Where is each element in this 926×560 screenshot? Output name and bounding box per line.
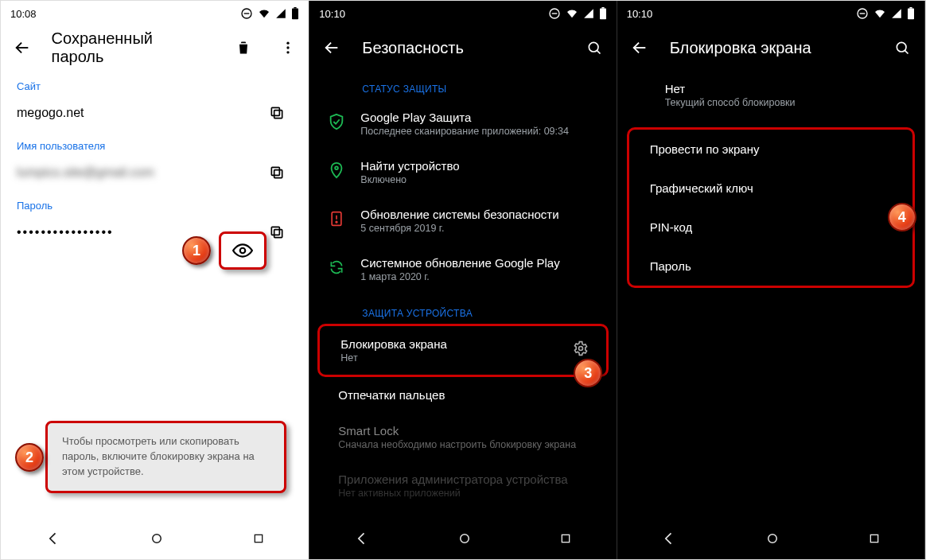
- setting-subtitle: 1 марта 2020 г.: [360, 271, 559, 282]
- password-label: Пароль: [17, 200, 293, 212]
- setting-subtitle: Последнее сканирование приложений: 09:34: [360, 126, 569, 137]
- back-button[interactable]: [316, 32, 348, 64]
- setting-title: Smart Lock: [338, 424, 576, 438]
- gear-icon[interactable]: [573, 340, 589, 356]
- svg-rect-39: [870, 535, 877, 542]
- setting-title: Найти устройство: [360, 159, 459, 173]
- annotation-marker-1: 1: [182, 236, 211, 265]
- search-icon: [894, 40, 910, 56]
- lock-option-swipe[interactable]: Провести по экрану: [629, 130, 912, 169]
- annotation-marker-2: 2: [15, 443, 44, 472]
- nav-recent-button[interactable]: [559, 532, 572, 548]
- content: Нет Текущий способ блокировки Провести п…: [617, 69, 924, 519]
- section-device-label: ЗАЩИТА УСТРОЙСТВА: [309, 294, 616, 324]
- toast-message: Чтобы просмотреть или скопировать пароль…: [45, 421, 286, 493]
- setting-fingerprints[interactable]: Отпечатки пальцев: [309, 377, 616, 413]
- lock-option-pin[interactable]: PIN-код: [629, 208, 912, 247]
- nav-recent-button[interactable]: [868, 532, 881, 548]
- nav-back-button[interactable]: [45, 531, 61, 550]
- appbar: Блокировка экрана: [617, 26, 924, 69]
- highlight-screen-lock: Блокировка экранаНет: [317, 324, 608, 377]
- svg-point-36: [897, 42, 906, 52]
- page-title: Сохраненный пароль: [52, 29, 200, 66]
- wifi-icon: [873, 7, 886, 20]
- dnd-icon: [856, 7, 869, 20]
- eye-icon: [232, 240, 253, 261]
- svg-rect-30: [562, 535, 570, 542]
- setting-security-update[interactable]: Обновление системы безопасности5 сентябр…: [309, 196, 616, 245]
- page-title: Блокировка экрана: [670, 39, 811, 57]
- svg-point-22: [589, 42, 598, 52]
- setting-subtitle: Нет: [340, 352, 446, 364]
- copy-username-button[interactable]: [261, 157, 293, 189]
- shield-check-icon: [328, 113, 345, 130]
- setting-title: Блокировка экрана: [340, 337, 446, 351]
- svg-rect-2: [292, 9, 298, 20]
- svg-rect-3: [294, 7, 297, 9]
- option-title: Провести по экрану: [650, 142, 760, 156]
- username-label: Имя пользователя: [17, 140, 293, 152]
- search-icon: [586, 40, 602, 56]
- battery-icon: [599, 7, 607, 20]
- reveal-password-button[interactable]: [219, 231, 267, 270]
- svg-rect-33: [908, 9, 914, 20]
- phone-screen-lock: 10:10 Блокировка экрана Нет Текущий спос…: [617, 1, 925, 560]
- svg-rect-12: [274, 230, 282, 238]
- search-button[interactable]: [578, 32, 610, 64]
- setting-gp-system-update[interactable]: Системное обновление Google Play1 марта …: [309, 245, 616, 294]
- svg-point-24: [335, 166, 338, 169]
- setting-find-device[interactable]: Найти устройствоВключено: [309, 148, 616, 196]
- svg-rect-20: [601, 7, 604, 9]
- lock-option-none[interactable]: Нет Текущий способ блокировки: [617, 69, 924, 121]
- svg-point-29: [461, 535, 469, 543]
- setting-screen-lock[interactable]: Блокировка экранаНет: [320, 326, 605, 375]
- delete-button[interactable]: [228, 32, 259, 64]
- option-title: Пароль: [650, 259, 691, 273]
- nav-back-button[interactable]: [661, 531, 677, 550]
- svg-rect-16: [255, 535, 262, 542]
- svg-rect-19: [600, 9, 606, 20]
- back-button[interactable]: [7, 32, 37, 64]
- search-button[interactable]: [886, 32, 918, 64]
- copy-site-button[interactable]: [261, 97, 293, 129]
- setting-title: Приложения администратора устройства: [338, 472, 567, 486]
- option-title: Нет: [665, 82, 907, 95]
- site-value[interactable]: megogo.net: [17, 106, 84, 120]
- dnd-icon: [548, 7, 561, 20]
- setting-title: Обновление системы безопасности: [360, 208, 558, 221]
- status-time: 10:10: [627, 8, 653, 20]
- nav-home-button[interactable]: [765, 531, 780, 549]
- highlight-lock-options: Провести по экрану Графический ключ PIN-…: [627, 127, 915, 288]
- statusbar: 10:08: [1, 1, 309, 26]
- statusbar: 10:10: [309, 1, 616, 26]
- navbar: [617, 519, 924, 560]
- option-title: PIN-код: [650, 220, 693, 234]
- nav-home-button[interactable]: [150, 531, 164, 549]
- username-value[interactable]: lumpics.site@gmail.com: [17, 165, 154, 180]
- svg-point-38: [768, 535, 777, 543]
- nav-home-button[interactable]: [457, 531, 472, 549]
- appbar: Сохраненный пароль: [1, 26, 309, 69]
- setting-google-play-protect[interactable]: Google Play ЗащитаПоследнее сканирование…: [309, 99, 616, 148]
- signal-icon: [275, 8, 286, 19]
- nav-recent-button[interactable]: [252, 532, 265, 548]
- lock-option-pattern[interactable]: Графический ключ: [629, 169, 912, 208]
- battery-icon: [907, 7, 915, 20]
- svg-line-37: [905, 50, 908, 53]
- setting-admin-apps[interactable]: Приложения администратора устройстваНет …: [309, 461, 616, 510]
- lock-option-password[interactable]: Пароль: [629, 247, 912, 286]
- setting-subtitle: Включено: [360, 174, 459, 185]
- svg-point-14: [240, 248, 246, 254]
- nav-back-button[interactable]: [354, 531, 370, 550]
- content: СТАТУС ЗАЩИТЫ Google Play ЗащитаПоследне…: [309, 69, 616, 560]
- setting-title: Системное обновление Google Play: [360, 256, 559, 270]
- status-time: 10:10: [319, 8, 345, 20]
- phone-security-settings: 10:10 Безопасность СТАТУС ЗАЩИТЫ Google …: [309, 1, 617, 560]
- battery-icon: [291, 7, 299, 20]
- back-button[interactable]: [624, 32, 656, 64]
- setting-smart-lock: Smart LockСначала необходимо настроить б…: [309, 413, 616, 461]
- site-label: Сайт: [17, 80, 293, 92]
- svg-rect-10: [274, 170, 282, 178]
- annotation-marker-4: 4: [888, 203, 916, 231]
- overflow-menu-button[interactable]: [273, 32, 303, 64]
